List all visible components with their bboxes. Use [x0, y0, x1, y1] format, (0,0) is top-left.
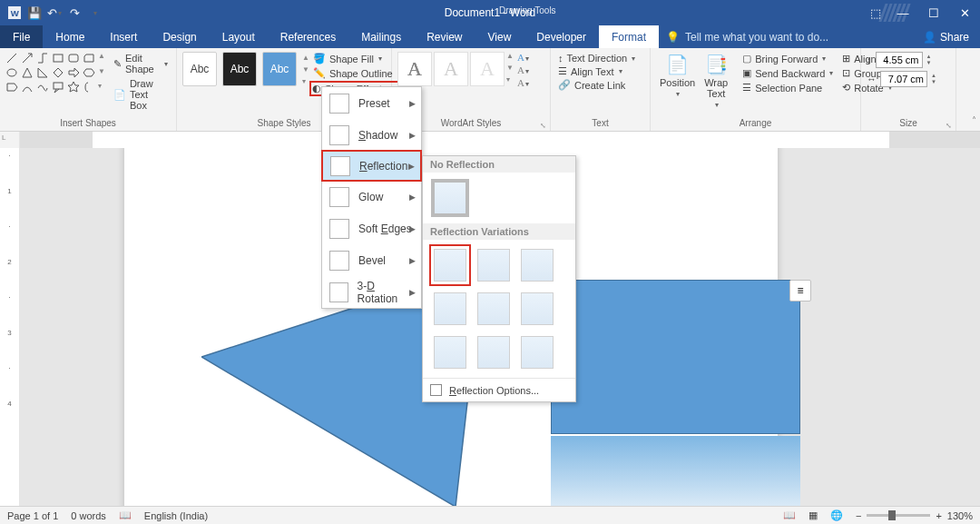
elbow-icon[interactable] [36, 52, 49, 64]
curve-icon[interactable] [21, 81, 34, 94]
align-text-button[interactable]: ☰Align Text▾ [556, 64, 644, 78]
height-field[interactable]: ↕▲▼ [867, 52, 950, 68]
shapes-gallery[interactable] [5, 52, 95, 112]
width-input[interactable] [880, 71, 927, 87]
wordart-3[interactable]: A [470, 52, 505, 86]
zoom-control[interactable]: − + 130% [856, 510, 973, 521]
dialog-launcher-icon[interactable]: ⤡ [946, 122, 952, 130]
style-chip-2[interactable]: Abc [222, 52, 257, 86]
arrow2-icon[interactable] [67, 66, 80, 79]
spell-check-icon[interactable]: 📖 [119, 509, 132, 521]
tab-file[interactable]: File [0, 25, 43, 48]
effect-reflection[interactable]: Reflection▶ [321, 150, 422, 182]
effect-3d-rotation[interactable]: 3-D Rotation▶ [322, 276, 421, 308]
wordart-2[interactable]: A [434, 52, 468, 86]
reflection-var-2[interactable] [477, 249, 510, 282]
dialog-launcher-icon[interactable]: ⤡ [540, 122, 546, 130]
selection-pane-button[interactable]: ☰Selection Pane [740, 81, 835, 94]
style-chip-3[interactable]: Abc [262, 52, 297, 86]
save-icon[interactable]: 💾 [27, 5, 42, 20]
line-icon[interactable] [5, 52, 18, 64]
tab-design[interactable]: Design [150, 25, 209, 48]
tab-references[interactable]: References [268, 25, 348, 48]
reflection-var-1[interactable] [434, 249, 466, 282]
wordart-1[interactable]: A [397, 52, 432, 86]
wrap-text-button[interactable]: 📑Wrap Text▾ [701, 52, 731, 111]
create-link-button[interactable]: 🔗Create Link [556, 78, 644, 92]
collapse-ribbon-icon[interactable]: ˄ [972, 115, 976, 125]
star-icon[interactable] [67, 81, 80, 94]
shape-styles-gallery[interactable]: Abc Abc Abc ▲▼▾ [182, 52, 309, 86]
triangle-icon[interactable] [21, 66, 34, 79]
vertical-ruler[interactable]: ·1·2·3·4 [0, 148, 20, 506]
tab-review[interactable]: Review [414, 25, 475, 48]
hex-icon[interactable] [83, 66, 95, 79]
text-outline-icon[interactable]: A▾ [517, 64, 529, 75]
ribbon-options-icon[interactable]: ⬚ [864, 0, 887, 25]
shape-fill-button[interactable]: 🪣Shape Fill▾ [311, 52, 403, 65]
reflection-var-9[interactable] [521, 336, 554, 369]
width-field[interactable]: ↔▲▼ [867, 71, 950, 87]
reflection-var-6[interactable] [521, 292, 554, 325]
oval-icon[interactable] [5, 66, 18, 79]
height-input[interactable] [876, 52, 923, 68]
maximize-icon[interactable]: ☐ [918, 0, 949, 25]
zoom-out-icon[interactable]: − [856, 510, 861, 521]
effect-glow[interactable]: Glow▶ [322, 181, 421, 213]
horizontal-ruler[interactable]: L [0, 132, 980, 148]
web-layout-icon[interactable]: 🌐 [830, 509, 843, 521]
reflection-var-3[interactable] [521, 249, 554, 282]
tell-me-box[interactable]: 💡 Tell me what you want to do... [659, 25, 912, 48]
wordart-gallery[interactable]: A A A ▲▼▾ [397, 52, 514, 88]
rrect-icon[interactable] [67, 52, 80, 64]
bring-forward-button[interactable]: ▢Bring Forward▾ [740, 52, 835, 65]
effect-soft-edges[interactable]: Soft Edges▶ [322, 213, 421, 244]
page-status[interactable]: Page 1 of 1 [7, 510, 58, 521]
brace-icon[interactable] [83, 81, 95, 94]
tab-view[interactable]: View [475, 25, 524, 48]
position-button[interactable]: 📄Position▾ [656, 52, 699, 111]
diamond-icon[interactable] [52, 66, 64, 79]
tab-insert[interactable]: Insert [97, 25, 150, 48]
effect-bevel[interactable]: Bevel▶ [322, 244, 421, 276]
free-icon[interactable] [36, 81, 49, 94]
edit-shape-button[interactable]: ✎Edit Shape▾ [111, 52, 171, 75]
effect-preset[interactable]: Preset▶ [322, 87, 421, 119]
reflection-none[interactable] [434, 182, 466, 214]
layout-options-icon[interactable]: ≡ [789, 280, 811, 302]
share-button[interactable]: 👤 Share [912, 25, 980, 48]
zoom-in-icon[interactable]: + [936, 510, 941, 521]
zoom-value[interactable]: 130% [947, 510, 973, 521]
language-status[interactable]: English (India) [144, 510, 208, 521]
reflection-var-4[interactable] [434, 292, 466, 325]
snip-icon[interactable] [83, 52, 95, 64]
arrow-icon[interactable] [21, 52, 34, 64]
rtri-icon[interactable] [36, 66, 49, 79]
text-direction-button[interactable]: ↕Text Direction▾ [556, 52, 644, 64]
print-layout-icon[interactable]: ▦ [808, 509, 818, 521]
reflection-options[interactable]: Reflection Options... [423, 378, 575, 401]
rectangle-shape[interactable] [551, 280, 800, 434]
tab-mailings[interactable]: Mailings [348, 25, 414, 48]
reflection-var-5[interactable] [477, 292, 510, 325]
effect-shadow[interactable]: Shadow▶ [322, 119, 421, 151]
callout-icon[interactable] [52, 81, 64, 94]
text-effects-icon[interactable]: A▾ [517, 77, 529, 88]
reflection-var-7[interactable] [434, 336, 466, 369]
style-chip-1[interactable]: Abc [182, 52, 217, 86]
text-fill-icon[interactable]: A▾ [517, 52, 529, 63]
zoom-slider[interactable] [867, 514, 930, 517]
send-backward-button[interactable]: ▣Send Backward▾ [740, 66, 835, 80]
pent-icon[interactable] [5, 81, 18, 94]
close-icon[interactable]: ✕ [949, 0, 980, 25]
tab-developer[interactable]: Developer [524, 25, 599, 48]
tab-format[interactable]: Format [599, 25, 659, 48]
shape-outline-button[interactable]: ✏️Shape Outline▾ [311, 66, 403, 80]
redo-icon[interactable]: ↷ [67, 5, 82, 20]
rect-icon[interactable] [52, 52, 64, 64]
reflection-var-8[interactable] [477, 336, 510, 369]
draw-text-box-button[interactable]: 📄Draw Text Box [111, 77, 171, 112]
undo-icon[interactable]: ↶▾ [47, 5, 62, 20]
word-count[interactable]: 0 words [71, 510, 106, 521]
tab-layout[interactable]: Layout [210, 25, 268, 48]
